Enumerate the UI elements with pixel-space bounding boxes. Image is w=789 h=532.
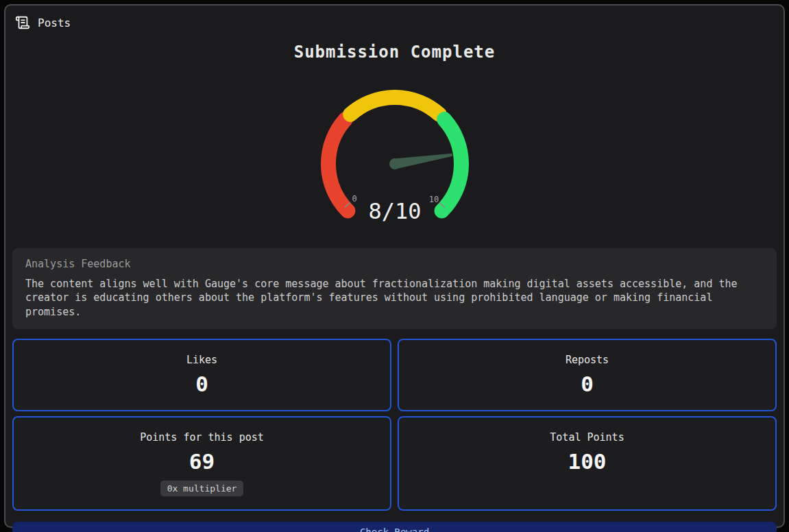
stat-value: 0 xyxy=(404,371,770,397)
stat-card-total-points: Total Points 100 xyxy=(398,416,777,511)
gauge-arc-yellow xyxy=(350,97,439,114)
analysis-feedback-panel: Analysis Feedback The content aligns wel… xyxy=(12,248,777,329)
gauge-arc-green xyxy=(441,119,461,210)
feedback-body: The content aligns well with Gauge's cor… xyxy=(25,277,764,319)
gauge-max-label: 10 xyxy=(428,195,438,204)
score-gauge: 0 10 8/10 xyxy=(313,88,477,223)
stat-label: Points for this post xyxy=(19,431,385,445)
gauge-value-label: 8/10 xyxy=(368,198,421,223)
stat-card-post-points: Points for this post 69 0x multiplier xyxy=(12,416,391,511)
gauge-arc-red xyxy=(328,119,348,210)
page-title: Submission Complete xyxy=(12,43,777,62)
stat-value: 69 xyxy=(19,448,385,474)
stat-label: Likes xyxy=(19,353,385,367)
stat-value: 100 xyxy=(404,448,770,474)
stats-grid: Likes 0 Reposts 0 Points for this post 6… xyxy=(12,339,777,511)
check-reward-button[interactable]: Check Reward xyxy=(12,522,777,532)
feedback-title: Analysis Feedback xyxy=(25,258,764,270)
stat-value: 0 xyxy=(19,371,385,397)
header: Posts xyxy=(15,15,777,30)
gauge-min-label: 0 xyxy=(352,194,356,204)
gauge-needle xyxy=(388,149,452,170)
main-window: Posts Submission Complete 0 10 8/10 Anal… xyxy=(4,4,785,528)
gauge-svg: 0 10 8/10 xyxy=(313,88,477,223)
stat-label: Total Points xyxy=(404,431,770,445)
header-title: Posts xyxy=(38,16,71,29)
stat-label: Reposts xyxy=(404,353,770,367)
stat-card-reposts: Reposts 0 xyxy=(398,339,777,411)
stat-card-likes: Likes 0 xyxy=(12,339,391,411)
scroll-icon xyxy=(15,15,30,30)
multiplier-badge: 0x multiplier xyxy=(160,481,244,496)
